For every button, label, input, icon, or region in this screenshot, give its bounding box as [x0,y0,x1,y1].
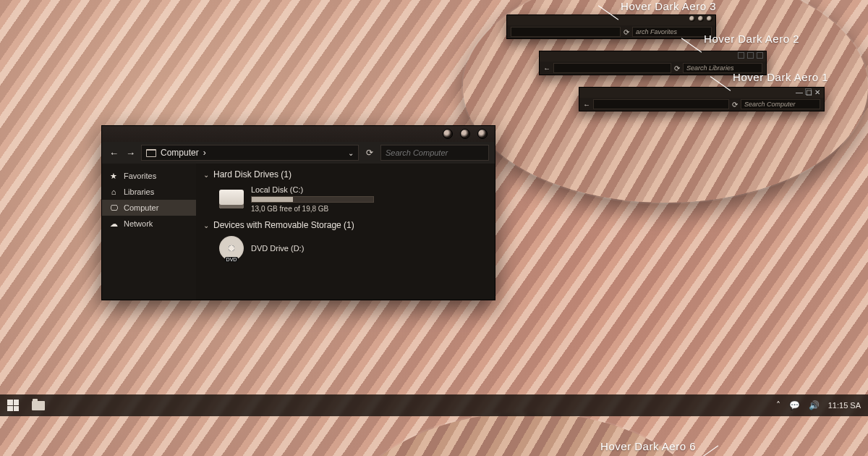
chevron-down-icon: ⌄ [203,171,209,179]
group-label: Devices with Removable Storage (1) [213,220,354,230]
back-button[interactable]: ← [108,148,120,159]
label-aero-2: Hover Dark Aero 2 [676,33,799,46]
drive-local-c[interactable]: Local Disk (C:) 13,0 GB free of 19,8 GB [196,182,495,217]
back-icon[interactable]: ← [583,101,590,109]
mini-breadcrumb [511,27,621,37]
sidebar-item-libraries[interactable]: ⌂ Libraries [102,184,196,200]
sidebar-item-favorites[interactable]: ★ Favorites [102,168,196,184]
maximize-icon[interactable]: ☐ [805,88,812,95]
close-button[interactable] [477,129,488,139]
start-button[interactable] [7,400,19,411]
label-aero-3: Hover Dark Aero 3 [593,0,716,13]
mini-breadcrumb [593,99,729,109]
mini-breadcrumb [553,63,671,73]
home-icon: ⌂ [109,187,118,196]
dvd-icon: DVD [219,236,244,261]
sidebar-item-label: Computer [124,203,158,212]
tray-volume-icon[interactable]: 🔊 [809,400,820,410]
close-icon[interactable]: ✕ [814,88,821,95]
group-removable[interactable]: ⌄ Devices with Removable Storage (1) [196,217,495,233]
sidebar-item-network[interactable]: ☁ Network [102,216,196,232]
drive-name: DVD Drive (D:) [251,244,304,253]
drive-name: Local Disk (C:) [251,185,374,194]
taskbar-explorer-button[interactable] [32,401,45,410]
refresh-icon[interactable]: ⟳ [674,64,680,72]
taskbar[interactable]: ˄ 💬 🔊 11:15 SA [0,394,868,416]
minimize-icon[interactable]: — [796,88,802,95]
titlebar[interactable] [102,126,495,142]
breadcrumb-text: Computer [161,148,199,158]
forward-button[interactable]: → [124,148,137,159]
mini-search[interactable]: Search Computer [741,99,820,109]
computer-icon [146,149,156,157]
sidebar: ★ Favorites ⌂ Libraries 🖵 Computer ☁ Net… [102,164,196,300]
preview-window-1: — ☐ ✕ ← ⟳ Search Computer [579,87,825,111]
tray-action-center-icon[interactable]: 💬 [789,400,800,410]
network-icon: ☁ [109,219,118,228]
content-pane: ⌄ Hard Disk Drives (1) Local Disk (C:) 1… [196,164,495,300]
sidebar-item-label: Libraries [124,187,154,196]
maximize-button[interactable] [460,129,470,139]
tray-chevron-up-icon[interactable]: ˄ [776,400,780,410]
capacity-bar [251,196,374,203]
sidebar-item-computer[interactable]: 🖵 Computer [102,200,196,216]
dropdown-icon[interactable]: ⌄ [348,149,354,157]
capacity-fill [252,197,293,202]
dvd-tag: DVD [225,257,239,262]
group-hdd[interactable]: ⌄ Hard Disk Drives (1) [196,166,495,182]
group-label: Hard Disk Drives (1) [213,169,292,180]
showcase-bubble-top: ⟳ arch Favorites ← ⟳ Search Libraries — … [463,0,868,203]
address-bar: ← → Computer › ⌄ ⟳ [102,142,495,164]
hdd-icon [219,190,244,208]
explorer-window[interactable]: ← → Computer › ⌄ ⟳ ★ Favorites ⌂ Librari… [101,125,495,300]
sidebar-item-label: Favorites [124,172,156,180]
star-icon: ★ [109,172,118,180]
chevron-down-icon: ⌄ [203,221,209,229]
minimize-button[interactable] [443,129,453,139]
drive-dvd[interactable]: DVD DVD Drive (D:) [196,233,495,265]
capacity-text: 13,0 GB free of 19,8 GB [251,205,374,213]
chevron-right-icon: › [203,148,206,158]
refresh-icon[interactable]: ⟳ [732,101,738,109]
refresh-icon[interactable]: ⟳ [624,28,629,36]
label-aero-6: Hover Dark Aero 6 [600,440,723,453]
back-icon[interactable]: ← [543,64,550,72]
search-input[interactable] [380,145,489,161]
computer-icon: 🖵 [109,203,118,212]
breadcrumb[interactable]: Computer › ⌄ [141,145,359,161]
taskbar-clock[interactable]: 11:15 SA [828,401,861,410]
sidebar-item-label: Network [124,219,153,228]
desktop: ⟳ arch Favorites ← ⟳ Search Libraries — … [0,0,868,456]
label-aero-1: Hover Dark Aero 1 [705,71,828,84]
refresh-button[interactable]: ⟳ [363,148,376,158]
